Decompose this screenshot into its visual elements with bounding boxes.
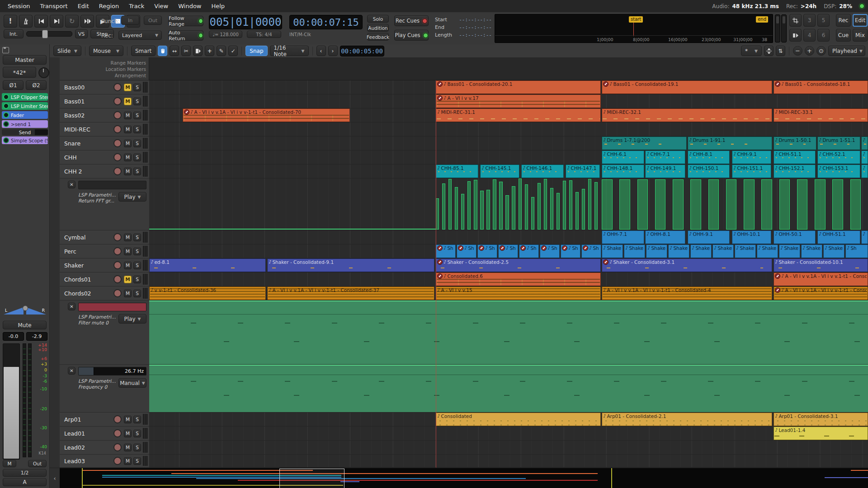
region[interactable]: ♪Sh: [436, 244, 456, 258]
canvas-row-snare[interactable]: ♪Drums 1-7.1@200♪Drums 1-91.1♪Drums 1-50…: [149, 136, 868, 150]
region[interactable]: ♪CHH-148.1: [602, 164, 644, 178]
track-name-label[interactable]: Lead03: [64, 458, 85, 465]
record-arm-button[interactable]: [113, 457, 122, 465]
menu-region[interactable]: Region: [94, 1, 124, 11]
mute-track-button[interactable]: M: [124, 262, 132, 269]
region[interactable]: ♪Lead01-1.4: [774, 427, 868, 440]
record-arm-button[interactable]: [113, 167, 122, 175]
session-minimap[interactable]: start end 1|00|008|00|0016|00|0023|00|00…: [495, 14, 773, 43]
region[interactable]: ♪CHH-150.1: [688, 164, 730, 178]
mute-track-button[interactable]: M: [124, 168, 132, 175]
record-arm-button[interactable]: [113, 443, 122, 451]
channel-count-button[interactable]: 1/2: [3, 469, 47, 477]
region[interactable]: ♪A - VI i v v.15: [436, 286, 601, 300]
nudge-clock[interactable]: 00:00:05:00: [340, 46, 384, 56]
region[interactable]: ♪Sh: [581, 244, 601, 258]
track-header-cymbal[interactable]: CymbalMS: [60, 230, 149, 244]
processor-purple[interactable]: >send 1: [2, 120, 48, 128]
region[interactable]: ♪Shaker - Consolidated-9.1: [267, 258, 434, 272]
canvas-row-lead01[interactable]: ♪Lead01-1.4: [149, 427, 868, 441]
region[interactable]: ♪CHH-9.1: [732, 150, 771, 164]
output-button[interactable]: Out: [28, 460, 47, 467]
mute-track-button[interactable]: M: [124, 84, 132, 91]
minimap-ruler[interactable]: 1|00|008|00|0016|00|0023|00|0031|00|0038: [495, 35, 773, 42]
zoom-out-icon[interactable]: −: [793, 46, 802, 56]
track-name-label[interactable]: Cymbal: [64, 234, 85, 241]
region[interactable]: ♪Shake: [690, 244, 712, 258]
solo-track-button[interactable]: S: [133, 168, 141, 175]
loop-button[interactable]: ↻: [65, 15, 79, 28]
record-arm-button[interactable]: [113, 125, 122, 133]
varispeed-button[interactable]: VS: [75, 29, 88, 38]
audition-button[interactable]: Audition: [367, 24, 389, 32]
region[interactable]: ♪A - VI i v v.1A - VI i v v-1-t1 - Conso…: [267, 286, 434, 300]
go-to-end-button[interactable]: [50, 15, 63, 28]
canvas-row-chh[interactable]: ♪CHH-6.1♪CHH-7.1♪CHH-8.1♪CHH-9.1♪CHH-51.…: [149, 150, 868, 164]
region[interactable]: ♪OHH-50.1: [774, 230, 816, 244]
canvas-row-chh2[interactable]: ♪CHH-85.1♪CHH-145.1♪CHH-146.1♪CHH-147.1♪…: [149, 164, 868, 178]
track-header-perc[interactable]: PercMS: [60, 244, 149, 258]
region[interactable]: ♪Shake: [779, 244, 800, 258]
region[interactable]: ♪Shake: [712, 244, 734, 258]
automation-lane-fmute[interactable]: [149, 300, 868, 365]
play-range-button[interactable]: [80, 15, 94, 28]
record-arm-button[interactable]: [113, 83, 122, 91]
region[interactable]: ♪CHH-8.1: [688, 150, 730, 164]
record-arm-button[interactable]: [113, 429, 122, 437]
go-to-start-button[interactable]: [34, 15, 48, 28]
region[interactable]: ♪Dr: [861, 136, 868, 150]
mute-track-button[interactable]: M: [124, 140, 132, 147]
snap-toggle-button[interactable]: Snap: [245, 46, 267, 56]
processor-send[interactable]: Send: [2, 129, 48, 135]
track-name-label[interactable]: MIDI-REC: [64, 126, 90, 133]
cut-tool-button[interactable]: ✂: [181, 46, 191, 56]
automation-lane-fft[interactable]: [149, 178, 868, 230]
shrink-tracks-icon[interactable]: [764, 46, 774, 56]
region[interactable]: ♪Sh: [519, 244, 539, 258]
region[interactable]: ♪Bass01 - Consolidated-19.1: [602, 80, 772, 94]
region[interactable]: ♪Consolidated.6: [436, 272, 601, 286]
region[interactable]: ♪OHH-51.1: [817, 230, 860, 244]
mute-track-button[interactable]: M: [124, 290, 132, 297]
menu-edit[interactable]: Edit: [73, 1, 94, 11]
recorder-page-6-button[interactable]: 6: [817, 29, 830, 42]
region[interactable]: ♪A - VI i v v.1A - VI i v v.1-t1 - Conso…: [774, 272, 868, 286]
punch-out-button[interactable]: Out: [144, 16, 162, 25]
menu-view[interactable]: View: [149, 1, 173, 11]
canvas-row-shaker[interactable]: ♪ed-8.1♪Shaker - Consolidated-9.1♪Shaker…: [149, 258, 868, 272]
region[interactable]: ♪CH: [861, 150, 868, 164]
region[interactable]: ♪Arp01 - Consolidated-3.1: [774, 413, 868, 426]
region[interactable]: ♪Shaker - Consolidated-2.5: [436, 258, 601, 272]
timeline-ruler[interactable]: [149, 57, 868, 80]
region[interactable]: ♪Drums 1-7.1@200: [602, 136, 687, 150]
region[interactable]: ♪OHH-7.1: [602, 230, 644, 244]
session-overview-navigator[interactable]: [60, 468, 868, 488]
record-arm-button[interactable]: [113, 275, 122, 283]
selection-tool-icon-button[interactable]: [789, 14, 802, 27]
primary-clock[interactable]: 005|01|0000: [209, 15, 282, 29]
solo-track-button[interactable]: S: [133, 126, 141, 133]
pan-knob[interactable]: [23, 305, 28, 311]
region[interactable]: ♪Shake: [602, 244, 623, 258]
canvas-row-cymbal[interactable]: ♪OHH-7.1♪OHH-8.1♪OHH-9.1♪OHH-10.1♪OHH-50…: [149, 230, 868, 244]
range-end-value[interactable]: --:--:--:--: [459, 23, 492, 31]
automation-name-bar[interactable]: [78, 181, 146, 189]
automation-mode-dropdown[interactable]: Play▼: [118, 314, 146, 324]
region[interactable]: ♪A - VI i v v.1A - VI i v v-1-t1 - Conso…: [602, 286, 772, 300]
stretch-tool-button[interactable]: +: [205, 46, 214, 56]
region[interactable]: ♪Shake: [823, 244, 844, 258]
strip-name-button[interactable]: *42*: [3, 67, 36, 78]
arrangement-ruler-label[interactable]: Arrangement: [60, 72, 149, 79]
region[interactable]: ♪Shake: [757, 244, 778, 258]
automation-name-bar[interactable]: [78, 303, 146, 311]
mute-track-button[interactable]: M: [124, 276, 132, 283]
mute-track-button[interactable]: M: [124, 126, 132, 133]
region[interactable]: ♪OHH-8.1: [645, 230, 685, 244]
rec-cues-button[interactable]: Rec Cues: [394, 15, 429, 26]
region[interactable]: ♪Shake: [668, 244, 689, 258]
mono-button[interactable]: M: [3, 460, 16, 467]
region[interactable]: ♪Sh: [845, 244, 868, 258]
canvas-row-lead02[interactable]: [149, 441, 868, 455]
track-header-midirec[interactable]: MIDI-RECMS: [60, 122, 149, 136]
mute-track-button[interactable]: M: [124, 430, 132, 437]
